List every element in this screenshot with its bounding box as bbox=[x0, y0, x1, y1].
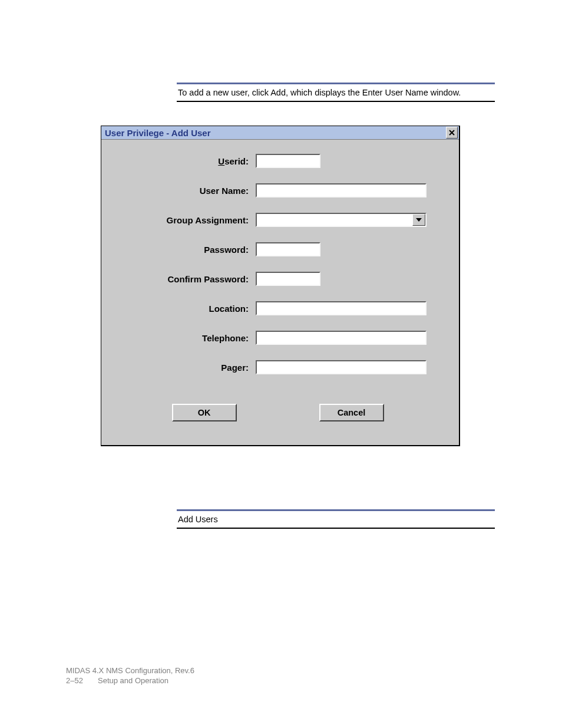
row-telephone: Telephone: bbox=[119, 331, 437, 345]
ok-button[interactable]: OK bbox=[172, 404, 237, 421]
confirm-password-input[interactable] bbox=[256, 272, 320, 286]
row-group: Group Assignment: bbox=[119, 213, 437, 227]
location-input[interactable] bbox=[256, 301, 427, 315]
group-dropdown-button[interactable] bbox=[412, 214, 425, 226]
form-area: Userid: User Name: Group Assignment: Pas… bbox=[101, 140, 459, 445]
label-userid-rest: serid: bbox=[224, 156, 249, 166]
row-userid: Userid: bbox=[119, 154, 437, 168]
label-telephone: Telephone: bbox=[119, 333, 256, 343]
button-row: OK Cancel bbox=[119, 404, 437, 421]
username-input[interactable] bbox=[256, 183, 427, 197]
label-group: Group Assignment: bbox=[119, 215, 256, 225]
pager-input[interactable] bbox=[256, 360, 427, 374]
userid-input[interactable] bbox=[256, 154, 320, 168]
caption-top-text: To add a new user, click Add, which disp… bbox=[178, 88, 461, 97]
titlebar: User Privilege - Add User bbox=[101, 126, 459, 140]
caption-bottom: Add Users bbox=[177, 509, 495, 529]
footer-line1: MIDAS 4.X NMS Configuration, Rev.6 bbox=[66, 666, 194, 675]
label-pager: Pager: bbox=[119, 363, 256, 373]
close-icon bbox=[449, 130, 455, 136]
telephone-input[interactable] bbox=[256, 331, 427, 345]
label-userid: Userid: bbox=[119, 156, 256, 166]
page-footer: MIDAS 4.X NMS Configuration, Rev.6 2–52S… bbox=[66, 666, 194, 686]
dialog-title: User Privilege - Add User bbox=[105, 128, 211, 138]
row-confirm: Confirm Password: bbox=[119, 272, 437, 286]
group-combo[interactable] bbox=[256, 213, 427, 227]
row-location: Location: bbox=[119, 301, 437, 315]
row-pager: Pager: bbox=[119, 360, 437, 374]
caption-top: To add a new user, click Add, which disp… bbox=[177, 83, 495, 102]
add-user-dialog: User Privilege - Add User Userid: User N… bbox=[101, 126, 460, 446]
password-input[interactable] bbox=[256, 242, 320, 256]
chevron-down-icon bbox=[416, 218, 422, 222]
label-confirm: Confirm Password: bbox=[119, 274, 256, 284]
svg-marker-2 bbox=[416, 218, 422, 222]
label-password: Password: bbox=[119, 245, 256, 255]
footer-section: Setup and Operation bbox=[98, 676, 168, 685]
ok-label: OK bbox=[198, 408, 211, 417]
row-password: Password: bbox=[119, 242, 437, 256]
footer-page: 2–52 bbox=[66, 676, 98, 686]
label-username: User Name: bbox=[119, 186, 256, 196]
caption-bottom-text: Add Users bbox=[178, 515, 218, 524]
row-username: User Name: bbox=[119, 183, 437, 197]
close-button[interactable] bbox=[446, 127, 458, 139]
cancel-button[interactable]: Cancel bbox=[319, 404, 384, 421]
cancel-label: Cancel bbox=[338, 408, 366, 417]
label-userid-mnemonic: U bbox=[218, 156, 224, 166]
label-location: Location: bbox=[119, 304, 256, 314]
group-input[interactable] bbox=[257, 214, 412, 226]
